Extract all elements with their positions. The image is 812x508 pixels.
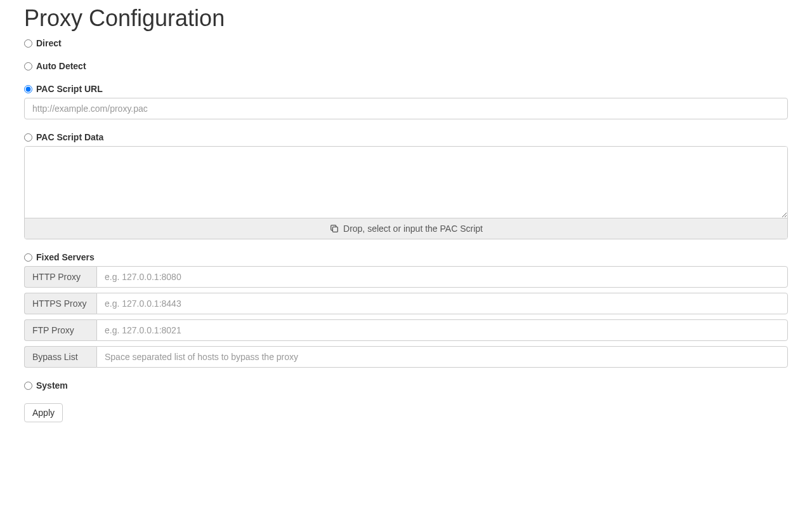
http-proxy-input[interactable] — [96, 266, 788, 288]
radio-pac-data[interactable] — [24, 133, 32, 142]
option-auto-detect: Auto Detect — [24, 61, 788, 71]
https-proxy-input[interactable] — [96, 293, 788, 314]
radio-pac-url-label[interactable]: PAC Script URL — [36, 84, 103, 94]
radio-system[interactable] — [24, 382, 32, 390]
ftp-proxy-group: FTP Proxy — [24, 319, 788, 341]
pac-data-container: Drop, select or input the PAC Script — [24, 146, 788, 239]
apply-button[interactable]: Apply — [24, 403, 63, 422]
http-proxy-group: HTTP Proxy — [24, 266, 788, 288]
option-pac-data: PAC Script Data Drop, select or input th… — [24, 132, 788, 239]
radio-auto-detect-label[interactable]: Auto Detect — [36, 61, 86, 71]
bypass-list-group: Bypass List — [24, 346, 788, 368]
pac-drop-hint-text: Drop, select or input the PAC Script — [343, 224, 483, 234]
pac-data-textarea[interactable] — [25, 147, 787, 218]
copy-icon — [329, 224, 339, 234]
radio-pac-data-label[interactable]: PAC Script Data — [36, 132, 103, 142]
radio-system-label[interactable]: System — [36, 380, 68, 391]
radio-auto-detect[interactable] — [24, 62, 32, 70]
pac-url-input[interactable] — [24, 98, 788, 119]
radio-direct-label[interactable]: Direct — [36, 38, 62, 48]
https-proxy-label: HTTPS Proxy — [24, 293, 96, 314]
bypass-list-label: Bypass List — [24, 346, 96, 368]
pac-drop-hint[interactable]: Drop, select or input the PAC Script — [25, 218, 787, 239]
option-fixed-servers: Fixed Servers HTTP Proxy HTTPS Proxy FTP… — [24, 252, 788, 368]
radio-direct[interactable] — [24, 39, 32, 48]
svg-rect-0 — [332, 227, 337, 232]
bypass-list-input[interactable] — [96, 346, 788, 368]
option-system: System — [24, 380, 788, 391]
radio-fixed-servers-label[interactable]: Fixed Servers — [36, 252, 95, 262]
ftp-proxy-input[interactable] — [96, 319, 788, 341]
radio-fixed-servers[interactable] — [24, 253, 32, 262]
http-proxy-label: HTTP Proxy — [24, 266, 96, 288]
page-title: Proxy Configuration — [24, 5, 788, 32]
radio-pac-url[interactable] — [24, 85, 32, 93]
https-proxy-group: HTTPS Proxy — [24, 293, 788, 314]
ftp-proxy-label: FTP Proxy — [24, 319, 96, 341]
option-pac-url: PAC Script URL — [24, 84, 788, 119]
option-direct: Direct — [24, 38, 788, 48]
